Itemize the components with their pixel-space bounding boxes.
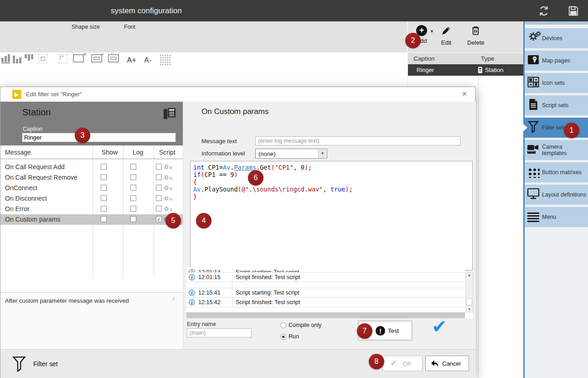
cancel-button[interactable]: Cancel <box>425 356 469 371</box>
compile-only-radio[interactable]: Compile only <box>280 322 321 328</box>
message-row-on-error[interactable]: On Error <box>0 204 183 214</box>
script-gears-icon[interactable] <box>164 195 173 203</box>
script-checkbox[interactable] <box>156 185 162 191</box>
script-checkbox[interactable] <box>156 164 162 170</box>
message-text-label: Message text <box>201 138 237 145</box>
log-checkbox[interactable] <box>130 216 136 222</box>
show-checkbox[interactable] <box>101 174 107 180</box>
sidebar-item-icon-sets[interactable]: Icon sets <box>525 73 588 93</box>
corner-resize-icon[interactable] <box>58 54 67 63</box>
log-checkbox[interactable] <box>130 195 136 201</box>
log-vertical-scrollbar[interactable]: ▲ ▼ <box>465 272 473 312</box>
sidebar-item-camera-templates[interactable]: Camera templates <box>525 140 588 160</box>
radio-circle <box>280 334 286 340</box>
trash-icon <box>470 25 481 36</box>
log-checkbox[interactable] <box>130 174 136 180</box>
script-checkbox[interactable] <box>156 206 162 212</box>
shape-shrink-icon[interactable]: − <box>91 54 102 62</box>
align-bars-bottom-icon[interactable] <box>1 54 10 63</box>
message-text-input[interactable] <box>255 136 460 145</box>
show-checkbox[interactable] <box>101 164 107 170</box>
log-checkbox[interactable] <box>130 185 136 191</box>
station-header: Station Caption <box>0 102 183 145</box>
sidebar-item-map-pages[interactable]: Map pages <box>525 51 588 71</box>
gears-icon <box>525 32 542 45</box>
message-row-on-custom-params[interactable]: On Custom params✓ <box>0 214 183 225</box>
show-checkbox[interactable] <box>101 206 107 212</box>
shape-placeholder-icon[interactable] <box>38 54 47 63</box>
sidebar-item-button-matrixes[interactable]: Button matrixes <box>525 162 588 182</box>
align-bars-middle-icon[interactable] <box>13 54 21 63</box>
code-line: int CP1=Av.Params.Get("CP1", 0); <box>193 164 472 171</box>
script-checkbox[interactable] <box>156 195 162 201</box>
font-increase-button[interactable]: A+ <box>127 56 136 64</box>
caption-column-header: Caption <box>413 55 435 62</box>
script-gears-icon[interactable] <box>164 184 173 192</box>
script-checkbox[interactable] <box>156 174 162 180</box>
log-checkbox[interactable] <box>130 164 136 170</box>
radio-circle <box>280 322 286 328</box>
scrollbar-thumb[interactable] <box>466 298 472 306</box>
step-badge-2: 2 <box>405 33 421 48</box>
shape-fit-icon[interactable]: ↔ <box>108 54 119 62</box>
font-group-label: Font <box>124 24 135 30</box>
caption-input[interactable] <box>22 133 176 142</box>
navigation-sidebar: DevicesMap pagesIcon setsScript setsFilt… <box>523 21 588 378</box>
sidebar-item-devices[interactable]: Devices <box>525 28 588 48</box>
scroll-up-chevron[interactable]: ∧ <box>171 295 176 302</box>
step-badge-7: 7 <box>357 323 372 339</box>
edit-filter-set-dialog: Edit filter set "Ringer" × Station Capti… <box>0 87 475 378</box>
message-row-on-disconnect[interactable]: On Disconnect <box>0 193 183 204</box>
show-checkbox[interactable] <box>101 216 107 222</box>
script-log-panel: i12:01:14Script starting: Test scripti12… <box>186 272 473 318</box>
refresh-icon[interactable] <box>538 5 550 17</box>
script-checkbox[interactable]: ✓ <box>156 216 162 222</box>
save-icon[interactable] <box>567 5 579 17</box>
ok-button[interactable]: ✔ OK <box>382 356 423 371</box>
script-gears-icon[interactable] <box>164 174 173 182</box>
script-gears-icon[interactable] <box>164 205 173 213</box>
delete-button[interactable]: Delete <box>467 25 485 46</box>
add-dropdown-caret[interactable]: ▼ <box>430 29 434 34</box>
log-horizontal-scrollbar[interactable] <box>186 312 465 318</box>
dialog-left-column: Station Caption Message Show Log Script <box>0 102 183 349</box>
sidebar-item-script-sets[interactable]: Script sets <box>525 95 588 115</box>
script-code-editor[interactable]: int CP1=Av.Params.Get("CP1", 0);if(CP1 =… <box>190 161 473 270</box>
step-badge-8: 8 <box>369 354 384 369</box>
document-icon <box>525 98 542 112</box>
show-checkbox[interactable] <box>101 185 107 191</box>
monitor-icon <box>525 188 542 202</box>
message-row-onconnect[interactable]: OnConnect <box>0 183 183 193</box>
sidebar-top-strip <box>525 21 588 25</box>
scroll-up-arrow[interactable]: ▲ <box>466 273 473 277</box>
shape-grow-icon[interactable]: + <box>73 54 84 62</box>
edit-button[interactable]: Edit <box>441 25 452 46</box>
log-row-empty <box>186 282 465 288</box>
sidebar-item-layout-definitions[interactable]: Layout definitions <box>525 185 588 205</box>
font-decrease-button[interactable]: A- <box>144 56 152 64</box>
station-icon <box>477 67 483 73</box>
close-icon[interactable]: × <box>459 89 469 99</box>
log-row: i12:01:14Script starting: Test script <box>186 268 465 273</box>
run-radio[interactable]: Run <box>280 333 299 340</box>
show-checkbox[interactable] <box>101 195 107 201</box>
scroll-down-arrow[interactable]: ▼ <box>466 307 473 311</box>
information-level-select[interactable]: (none) ▼ <box>255 149 327 159</box>
app-window: system configuration Shape size Font <box>0 0 588 378</box>
log-row: i12:15:42Script finished: Test script <box>186 298 465 307</box>
script-gears-icon[interactable] <box>164 163 173 171</box>
grid-icon[interactable] <box>160 54 171 65</box>
filter-set-row-ringer[interactable]: Ringer Station <box>408 64 524 76</box>
message-row-on-call-request-add[interactable]: On Call Request Add <box>0 162 183 172</box>
apply-check-icon[interactable]: ✔ <box>432 316 447 337</box>
caption-label: Caption <box>23 126 42 132</box>
column-divider <box>478 52 479 378</box>
params-heading: On Custom params <box>201 107 268 116</box>
message-row-on-call-request-remove[interactable]: On Call Request Remove <box>0 172 183 183</box>
log-checkbox[interactable] <box>130 206 136 212</box>
align-bars-top-icon[interactable] <box>25 54 33 63</box>
dots-grid-icon <box>525 167 542 178</box>
code-line: Av.PlaySound(@".\sounds\ringcd.wav", tru… <box>193 186 472 193</box>
sidebar-item-menu[interactable]: Menu <box>525 207 588 227</box>
entry-name-input[interactable] <box>187 328 252 337</box>
